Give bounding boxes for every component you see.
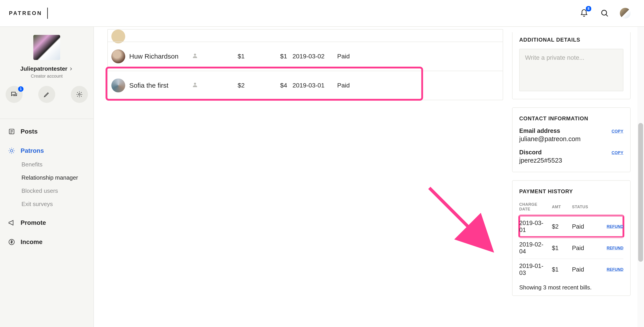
nav-exit-surveys[interactable]: Exit surveys bbox=[0, 198, 94, 211]
pencil-icon bbox=[44, 91, 50, 98]
charge-amt: $2 bbox=[552, 223, 570, 230]
payment-history-footer: Showing 3 most recent bills. bbox=[519, 280, 624, 291]
table-row[interactable] bbox=[108, 30, 503, 42]
card-title: CONTACT INFORMATION bbox=[519, 116, 624, 122]
patron-avatar bbox=[111, 30, 125, 44]
nav-promote[interactable]: Promote bbox=[0, 216, 94, 230]
contact-info-card: CONTACT INFORMATION Email address COPY j… bbox=[512, 107, 630, 172]
top-bar: PATREON 8 bbox=[0, 0, 644, 27]
patron-name: Huw Richardson bbox=[129, 52, 192, 60]
nav-blocked-users[interactable]: Blocked users bbox=[0, 184, 94, 198]
charge-amt: $1 bbox=[552, 266, 570, 273]
email-value: juliane@patreon.com bbox=[519, 135, 624, 143]
patron-pledge: $2 bbox=[210, 82, 250, 89]
card-title: ADDITIONAL DETAILS bbox=[519, 37, 624, 43]
payment-row: 2019-03-01 $2 Paid REFUND bbox=[519, 216, 624, 237]
patron-date: 2019-03-01 bbox=[292, 82, 337, 89]
gear-icon bbox=[76, 91, 83, 98]
messages-button[interactable]: 1 bbox=[6, 86, 22, 103]
charge-status: Paid bbox=[572, 266, 596, 273]
copy-discord-button[interactable]: COPY bbox=[612, 150, 624, 155]
nav-label: Benefits bbox=[22, 161, 42, 168]
nav-label: Relationship manager bbox=[22, 174, 78, 181]
creator-avatar[interactable] bbox=[33, 35, 60, 60]
charge-date: 2019-02-04 bbox=[519, 241, 550, 255]
patreon-logo[interactable]: PATREON bbox=[9, 10, 42, 16]
charge-amt: $1 bbox=[552, 245, 570, 252]
nav-relationship-manager[interactable]: Relationship manager bbox=[0, 171, 94, 184]
payment-history-card: PAYMENT HISTORY CHARGE DATE AMT STATUS 2… bbox=[512, 180, 630, 296]
patron-table: Huw Richardson $1 $1 2019-03-02 Paid Sof… bbox=[107, 29, 503, 100]
refund-button[interactable]: REFUND bbox=[599, 246, 624, 250]
patron-detail-panel: ADDITIONAL DETAILS Write a private note.… bbox=[512, 27, 630, 304]
charge-status: Paid bbox=[572, 245, 596, 252]
creator-name: Juliepatrontester bbox=[20, 65, 68, 72]
nav-label: Promote bbox=[20, 219, 46, 226]
patron-avatar bbox=[111, 50, 125, 63]
note-placeholder: Write a private note... bbox=[525, 54, 584, 61]
additional-details-card: ADDITIONAL DETAILS Write a private note.… bbox=[512, 32, 630, 99]
svg-point-10 bbox=[194, 82, 196, 84]
new-post-button[interactable] bbox=[38, 86, 55, 103]
search-button[interactable] bbox=[599, 8, 610, 18]
patron-date: 2019-03-02 bbox=[292, 53, 337, 60]
svg-point-7 bbox=[10, 150, 13, 152]
nav-benefits[interactable]: Benefits bbox=[0, 158, 94, 171]
chevron-right-icon bbox=[69, 67, 73, 71]
nav-label: Posts bbox=[20, 128, 38, 135]
nav-label: Exit surveys bbox=[22, 201, 53, 208]
patron-lifetime: $1 bbox=[250, 53, 292, 60]
nav-label: Patrons bbox=[20, 147, 44, 154]
col-status: STATUS bbox=[572, 205, 596, 209]
charge-date: 2019-01-03 bbox=[519, 262, 550, 276]
person-icon bbox=[192, 52, 210, 60]
card-title: PAYMENT HISTORY bbox=[519, 188, 624, 194]
patron-avatar bbox=[111, 78, 125, 92]
nav-income[interactable]: Income bbox=[0, 235, 94, 249]
messages-badge: 1 bbox=[18, 86, 24, 92]
svg-point-2 bbox=[78, 94, 80, 95]
nav: Posts Patrons Benefits Relationship mana… bbox=[0, 124, 94, 249]
account-type-label: Creator account bbox=[5, 74, 88, 79]
person-icon bbox=[192, 82, 210, 90]
creator-switcher[interactable]: Juliepatrontester bbox=[5, 65, 88, 72]
notification-badge: 8 bbox=[586, 6, 591, 12]
divider bbox=[0, 118, 94, 119]
patron-name: Sofia the first bbox=[129, 82, 192, 89]
patrons-icon bbox=[8, 147, 15, 154]
logo-divider bbox=[47, 8, 48, 19]
patron-status: Paid bbox=[337, 82, 499, 89]
nav-patrons[interactable]: Patrons bbox=[0, 144, 94, 158]
notifications-button[interactable]: 8 bbox=[579, 8, 590, 18]
dollar-icon bbox=[8, 238, 15, 246]
charge-status: Paid bbox=[572, 223, 596, 230]
col-amt: AMT bbox=[552, 205, 570, 209]
nav-posts[interactable]: Posts bbox=[0, 124, 94, 139]
megaphone-icon bbox=[8, 219, 15, 226]
payment-history-header: CHARGE DATE AMT STATUS bbox=[519, 200, 624, 216]
patron-lifetime: $4 bbox=[250, 82, 292, 89]
email-label: Email address bbox=[519, 128, 560, 134]
nav-label: Blocked users bbox=[22, 188, 58, 194]
patron-pledge: $1 bbox=[210, 53, 250, 60]
main-content: Huw Richardson $1 $1 2019-03-02 Paid Sof… bbox=[94, 27, 644, 327]
refund-button[interactable]: REFUND bbox=[599, 224, 624, 229]
scrollbar-thumb[interactable] bbox=[638, 123, 643, 262]
search-icon bbox=[600, 9, 609, 18]
table-row[interactable]: Huw Richardson $1 $1 2019-03-02 Paid bbox=[108, 42, 503, 71]
svg-point-9 bbox=[194, 54, 196, 56]
discord-label: Discord bbox=[519, 149, 542, 156]
payment-row: 2019-02-04 $1 Paid REFUND bbox=[519, 237, 624, 258]
refund-button[interactable]: REFUND bbox=[599, 267, 624, 272]
user-avatar[interactable] bbox=[620, 8, 630, 18]
sidebar: Juliepatrontester Creator account 1 bbox=[0, 27, 94, 327]
scrollbar[interactable] bbox=[637, 27, 644, 327]
payment-row: 2019-01-03 $1 Paid REFUND bbox=[519, 258, 624, 280]
copy-email-button[interactable]: COPY bbox=[612, 129, 624, 134]
private-note-input[interactable]: Write a private note... bbox=[519, 49, 624, 91]
chat-icon bbox=[10, 90, 18, 98]
table-row[interactable]: Sofia the first $2 $4 2019-03-01 Paid bbox=[108, 71, 503, 100]
patron-table-area: Huw Richardson $1 $1 2019-03-02 Paid Sof… bbox=[107, 27, 503, 304]
charge-date: 2019-03-01 bbox=[519, 220, 550, 234]
settings-button[interactable] bbox=[71, 86, 88, 103]
